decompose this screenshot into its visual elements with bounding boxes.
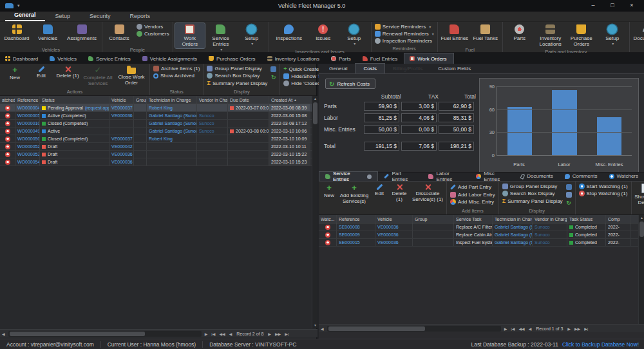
nav-next-page-icon[interactable]: ▶▶ xyxy=(573,326,582,331)
add-labor-entry-button[interactable]: Add Labor Entry xyxy=(450,192,495,198)
technician-link[interactable]: Gabriel Santiago (Sun xyxy=(495,240,533,245)
tab-custom-fields[interactable]: Custom Fields xyxy=(430,64,478,73)
column-header[interactable]: Reference xyxy=(15,96,40,104)
inventory-setup-button[interactable]: Setup xyxy=(598,23,627,48)
service-entries-button[interactable]: Service Entries xyxy=(206,23,236,54)
vehicle-link[interactable]: VE000036 xyxy=(111,152,133,156)
column-header[interactable]: Vehicle xyxy=(375,215,413,223)
work-order-row[interactable]: WO000005 Active (Completed) VE000036 Gab… xyxy=(0,112,312,120)
vendor-link[interactable]: Sunoco xyxy=(535,232,550,237)
new-work-order-button[interactable]: +New xyxy=(2,64,28,82)
column-header[interactable]: Reference xyxy=(337,215,375,223)
maximize-button[interactable]: □ xyxy=(604,1,621,10)
nav-next-icon[interactable]: ▶ xyxy=(266,332,273,336)
column-header[interactable]: Group xyxy=(134,96,147,104)
cards-display-icon[interactable] xyxy=(566,192,572,198)
purchase-orders-button[interactable]: Purchase Orders xyxy=(567,23,596,48)
tab-service-entries[interactable]: Service Entries xyxy=(83,53,137,64)
tab-watchers[interactable]: Watchers xyxy=(603,171,644,181)
documents-button[interactable]: Documents xyxy=(632,23,644,46)
nav-prev-icon[interactable]: ◀ xyxy=(527,326,534,331)
tab-purchase-orders[interactable]: Purchase Orders xyxy=(204,53,261,64)
nav-prev-page-icon[interactable]: ◀◀ xyxy=(217,332,227,336)
tab-inventory-locations[interactable]: Inventory Locations xyxy=(262,53,326,64)
tab-documents[interactable]: Documents xyxy=(515,171,558,181)
minimize-button[interactable]: – xyxy=(585,1,601,10)
inspection-reminders-button[interactable]: Inspection Reminders xyxy=(375,38,434,44)
scroll-down-icon[interactable]: ▼ xyxy=(312,323,318,328)
tab-comments[interactable]: Comments xyxy=(559,171,603,181)
tab-vehicles[interactable]: Vehicles xyxy=(44,53,83,64)
maintenance-setup-button[interactable]: Setup xyxy=(237,23,267,48)
tab-part-entries[interactable]: Part Entries xyxy=(378,171,422,181)
work-order-row[interactable]: WO000010 Closed (Completed) Gabriel Sant… xyxy=(0,120,312,127)
column-header[interactable]: Watc... xyxy=(319,215,337,223)
scroll-up-icon[interactable]: ▲ xyxy=(312,96,318,102)
refresh-icon[interactable]: ↻ xyxy=(566,200,572,206)
scroll-left-icon[interactable]: ◀ xyxy=(319,326,326,331)
group-panel-display-button[interactable]: Group Panel Display xyxy=(502,184,563,189)
service-entry-reference-link[interactable]: SE000009 xyxy=(339,232,360,237)
column-header[interactable]: Group xyxy=(413,215,454,223)
monitor-display-icon[interactable] xyxy=(566,184,572,190)
renewal-reminders-button[interactable]: Renewal Reminders xyxy=(375,31,434,37)
add-misc-entry-button[interactable]: Add Misc. Entry xyxy=(450,199,495,205)
start-watching-button[interactable]: Start Watching (1) xyxy=(579,184,628,189)
hscrollbar-thumb[interactable] xyxy=(10,332,145,336)
nav-prev-page-icon[interactable]: ◀◀ xyxy=(516,326,526,331)
work-order-row[interactable]: WO000004 Pending Approval(request approv… xyxy=(0,104,312,112)
nav-first-icon[interactable]: |◀ xyxy=(509,326,516,331)
column-header[interactable]: Status xyxy=(40,96,109,104)
vendor-link[interactable]: Sunoco xyxy=(199,129,214,133)
column-header[interactable]: Technician in Charge xyxy=(493,215,533,223)
menu-tab-general[interactable]: General xyxy=(5,10,45,21)
parts-button[interactable]: Parts xyxy=(505,23,535,46)
service-entry-reference-link[interactable]: SE000015 xyxy=(339,240,360,245)
archive-items-button[interactable]: Archive Items (1) xyxy=(153,66,200,71)
scrollbar-thumb[interactable] xyxy=(313,102,317,124)
tab-general[interactable]: General xyxy=(321,64,355,73)
nav-next-icon[interactable]: ▶ xyxy=(565,326,573,331)
request-approval-link[interactable]: (request approval) xyxy=(85,106,109,110)
service-entry-row[interactable]: SE000015 VE000036 Inspect Fuel System & … xyxy=(319,239,638,247)
column-header[interactable]: Technician in Charge xyxy=(147,96,197,104)
horizontal-scrollbar[interactable] xyxy=(8,331,202,337)
work-order-row[interactable]: WO000053 Draft VE000036 2022-03-10 15:22 xyxy=(0,151,312,158)
show-full-details-button[interactable]: Show Full Details xyxy=(634,182,644,207)
vehicle-link[interactable]: VE000037 xyxy=(111,137,133,141)
fuel-tanks-button[interactable]: Fuel Tanks xyxy=(471,23,500,46)
show-archived-button[interactable]: Show Archived xyxy=(153,73,200,79)
tab-parts[interactable]: Parts xyxy=(326,53,357,64)
vehicle-link[interactable]: VE000036 xyxy=(111,160,133,164)
column-header[interactable]: Created At xyxy=(269,96,310,104)
column-header[interactable]: Vehicle xyxy=(109,96,134,104)
column-header[interactable]: Service Task xyxy=(454,215,493,223)
column-header[interactable]: Vendor in Charge xyxy=(533,215,567,223)
technician-link[interactable]: Gabriel Santiago (Sunoco) xyxy=(149,113,197,118)
hscrollbar-thumb[interactable] xyxy=(328,326,425,331)
work-order-reference-link[interactable]: WO000052 xyxy=(17,144,40,149)
vehicle-link[interactable]: VE000036 xyxy=(377,232,399,237)
nav-last-icon[interactable]: ▶| xyxy=(283,332,290,336)
work-order-reference-link[interactable]: WO000050 xyxy=(17,137,40,141)
summary-panel-display-button[interactable]: ΣSummary Panel Display xyxy=(207,80,267,86)
quick-access-toolbar[interactable]: ▾ xyxy=(0,3,39,8)
vehicle-link[interactable]: VE000037 xyxy=(111,106,133,110)
tab-labor-entries[interactable]: Labor Entries xyxy=(422,171,470,181)
add-existing-service-button[interactable]: +Add Existing Service(s) xyxy=(338,182,370,205)
nav-next-page-icon[interactable]: ▶▶ xyxy=(273,332,283,336)
refresh-costs-button[interactable]: ↻ Refresh Costs xyxy=(325,79,375,89)
vertical-scrollbar[interactable]: ▲ xyxy=(638,215,644,325)
vehicle-link[interactable]: VE000042 xyxy=(111,144,133,149)
vendor-link[interactable]: Sunoco xyxy=(535,225,550,229)
technician-link[interactable]: Gabriel Santiago (Sunoco) xyxy=(149,129,197,133)
fuel-entries-button[interactable]: Fuel Entries xyxy=(440,23,469,46)
column-header[interactable]: Vendor in Charge xyxy=(197,96,228,104)
delete-work-order-button[interactable]: Delete (1) xyxy=(55,64,80,80)
close-button[interactable]: × xyxy=(623,1,640,10)
edit-service-entry-button[interactable]: Edit xyxy=(371,182,388,198)
monitor-display-icon[interactable] xyxy=(270,66,276,72)
tab-fuel-entries[interactable]: Fuel Entries xyxy=(357,53,404,64)
service-entry-row[interactable]: SE000009 VE000036 Replace Cabin Air Filt… xyxy=(319,231,638,239)
tab-dashboard[interactable]: Dashboard xyxy=(0,53,44,64)
